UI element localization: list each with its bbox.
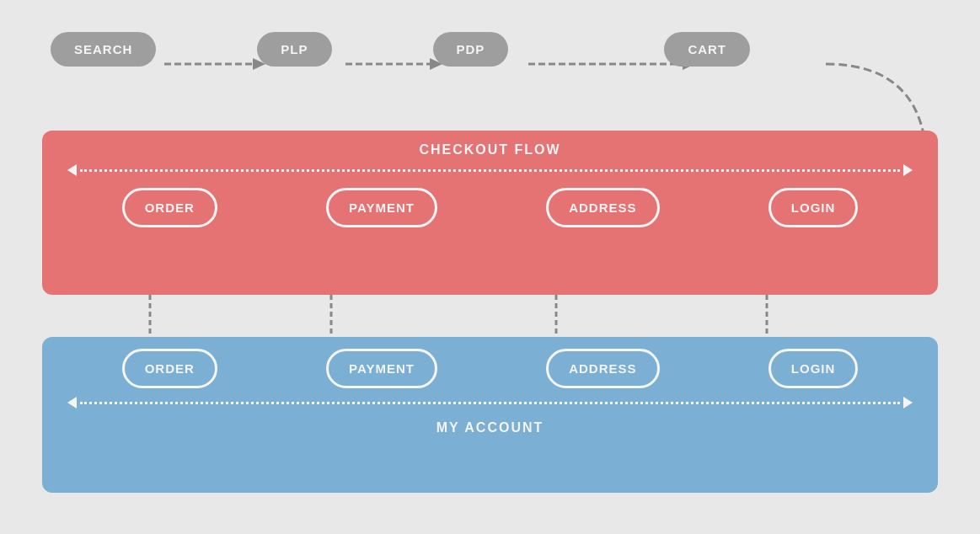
my-account-box: ORDER PAYMENT ADDRESS LOGIN MY ACCOUNT bbox=[42, 337, 938, 493]
plp-node: PLP bbox=[257, 32, 331, 67]
bidir-left-arrowhead bbox=[67, 164, 77, 176]
checkout-login-node: LOGIN bbox=[768, 188, 859, 227]
top-flow: SEARCH PLP PDP CART bbox=[51, 32, 750, 67]
checkout-address-node: ADDRESS bbox=[546, 188, 659, 227]
account-payment-node: PAYMENT bbox=[326, 349, 437, 388]
account-address-node: ADDRESS bbox=[546, 349, 659, 388]
pdp-node: PDP bbox=[433, 32, 509, 67]
checkout-bidir-arrow bbox=[67, 164, 913, 176]
search-node: SEARCH bbox=[51, 32, 156, 67]
checkout-nodes: ORDER PAYMENT ADDRESS LOGIN bbox=[59, 188, 921, 227]
account-login-node: LOGIN bbox=[768, 349, 859, 388]
my-account-title: MY ACCOUNT bbox=[59, 420, 921, 435]
checkout-flow-box: CHECKOUT FLOW ORDER PAYMENT ADDRESS LOGI… bbox=[42, 131, 938, 295]
account-order-node: ORDER bbox=[122, 349, 217, 388]
bidir-arrow-line bbox=[80, 169, 900, 172]
account-bidir-left-arrowhead bbox=[67, 397, 77, 409]
bidir-right-arrowhead bbox=[903, 164, 913, 176]
account-nodes: ORDER PAYMENT ADDRESS LOGIN bbox=[59, 349, 921, 388]
account-bidir-arrow bbox=[67, 397, 913, 409]
checkout-flow-title: CHECKOUT FLOW bbox=[59, 142, 921, 158]
checkout-order-node: ORDER bbox=[122, 188, 217, 227]
cart-node: CART bbox=[664, 32, 750, 67]
account-bidir-arrow-line bbox=[80, 402, 900, 404]
canvas: SEARCH PLP PDP CART CHECKOUT FLOW ORDER … bbox=[0, 0, 980, 534]
account-bidir-right-arrowhead bbox=[903, 397, 913, 409]
checkout-payment-node: PAYMENT bbox=[326, 188, 437, 227]
